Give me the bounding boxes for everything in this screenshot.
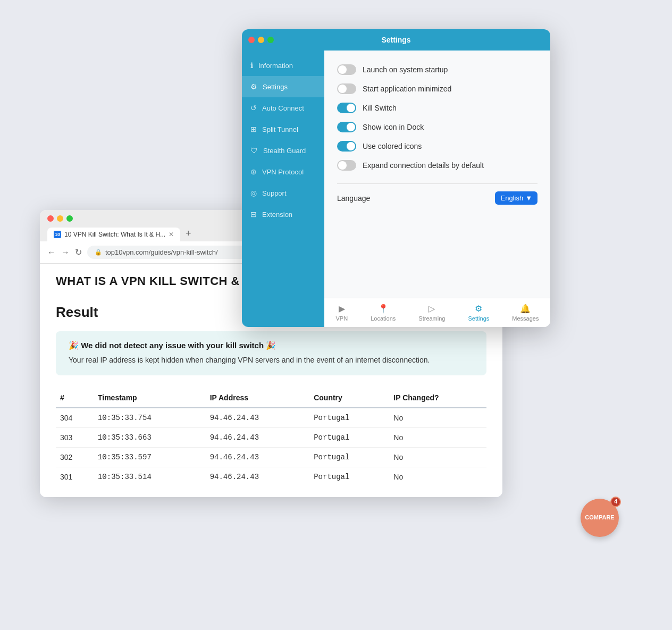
vpn-window-title: Settings — [381, 36, 410, 44]
tab-title: 10 VPN Kill Switch: What Is It & H... — [64, 231, 165, 238]
vpn-dot-yellow[interactable] — [258, 37, 264, 43]
tab-favicon: 10 — [54, 231, 61, 238]
toggle-switch[interactable] — [337, 64, 356, 75]
cell-country: Portugal — [309, 408, 389, 428]
vpn-dot-green[interactable] — [267, 37, 274, 43]
vpn-body: ℹ Information⚙ Settings↺ Auto Connect⊞ S… — [242, 51, 550, 327]
cell-ip: 94.46.24.43 — [206, 467, 310, 487]
col-header-country: Country — [309, 388, 389, 408]
cell-country: Portugal — [309, 428, 389, 448]
toggle-switch[interactable] — [337, 141, 356, 152]
forward-button[interactable]: → — [61, 248, 70, 257]
cell-num: 301 — [56, 467, 94, 487]
browser-tab-active[interactable]: 10 10 VPN Kill Switch: What Is It & H...… — [47, 228, 180, 241]
compare-badge: 4 — [610, 497, 621, 507]
bottomnav-item-streaming[interactable]: ▷ Streaming — [418, 304, 445, 322]
toggle-knob — [338, 65, 347, 74]
sidebar-item-split-tunnel[interactable]: ⊞ Split Tunnel — [242, 119, 324, 140]
reload-button[interactable]: ↻ — [75, 247, 82, 257]
nav-icon: ⊕ — [250, 167, 257, 176]
nav-label: Stealth Guard — [263, 147, 306, 155]
toggle-switch[interactable] — [337, 122, 356, 132]
toggle-knob — [347, 104, 355, 112]
settings-toggle-row: Kill Switch — [337, 99, 537, 116]
toggle-switch[interactable] — [337, 160, 356, 171]
sidebar-item-extension[interactable]: ⊟ Extension — [242, 204, 324, 225]
vpn-bottom-nav: ▶ VPN 📍 Locations ▷ Streaming ⚙ Settings… — [324, 298, 550, 327]
result-box: 🎉 We did not detect any issue with your … — [56, 331, 486, 375]
toggle-knob — [338, 161, 347, 170]
nav-label: Settings — [263, 83, 288, 91]
dot-green[interactable] — [66, 215, 73, 222]
compare-label: COMPARE — [585, 514, 614, 521]
nav-icon: ⚙ — [250, 82, 257, 91]
toggle-label: Show icon in Dock — [363, 123, 424, 131]
bottomnav-item-settings[interactable]: ⚙ Settings — [468, 304, 490, 322]
vpn-titlebar: Settings — [242, 29, 550, 51]
nav-label: Extension — [262, 211, 292, 219]
results-table: # Timestamp IP Address Country IP Change… — [56, 388, 486, 486]
toggle-switch[interactable] — [337, 103, 356, 113]
sidebar-item-vpn-protocol[interactable]: ⊕ VPN Protocol — [242, 161, 324, 182]
bottomnav-label: Messages — [512, 315, 539, 322]
result-success-desc: Your real IP address is kept hidden when… — [69, 355, 474, 366]
bottomnav-icon: 📍 — [378, 304, 389, 314]
sidebar-item-stealth-guard[interactable]: 🛡 Stealth Guard — [242, 140, 324, 161]
bottomnav-label: VPN — [336, 315, 348, 322]
settings-toggle-row: Launch on system startup — [337, 61, 537, 78]
nav-icon: ◎ — [250, 189, 257, 197]
address-text: top10vpn.com/guides/vpn-kill-switch/ — [105, 248, 218, 256]
toggle-knob — [347, 142, 355, 150]
bottomnav-label: Locations — [371, 315, 396, 322]
dot-yellow[interactable] — [57, 215, 63, 222]
cell-ip: 94.46.24.43 — [206, 408, 310, 428]
lock-icon: 🔒 — [95, 249, 102, 256]
table-row: 304 10:35:33.754 94.46.24.43 Portugal No — [56, 408, 486, 428]
table-row: 302 10:35:33.597 94.46.24.43 Portugal No — [56, 448, 486, 467]
col-header-changed: IP Changed? — [389, 388, 486, 408]
bottomnav-item-messages[interactable]: 🔔 Messages — [512, 304, 539, 322]
sidebar-item-settings[interactable]: ⚙ Settings — [242, 76, 324, 97]
cell-timestamp: 10:35:33.514 — [94, 467, 206, 487]
nav-icon: 🛡 — [250, 146, 258, 155]
dot-red[interactable] — [47, 215, 54, 222]
nav-label: Auto Connect — [262, 104, 304, 112]
nav-label: VPN Protocol — [262, 168, 304, 176]
cell-changed: No — [389, 428, 486, 448]
compare-button[interactable]: 4 COMPARE — [581, 499, 619, 537]
vpn-dot-red[interactable] — [248, 37, 255, 43]
bottomnav-icon: 🔔 — [520, 304, 531, 314]
toggle-switch[interactable] — [337, 83, 356, 94]
tab-close-button[interactable]: ✕ — [169, 231, 174, 238]
sidebar-item-support[interactable]: ◎ Support — [242, 182, 324, 204]
back-button[interactable]: ← — [47, 248, 56, 257]
cell-num: 304 — [56, 408, 94, 428]
toggle-label: Kill Switch — [363, 104, 397, 112]
col-header-ip: IP Address — [206, 388, 310, 408]
bottomnav-item-vpn[interactable]: ▶ VPN — [336, 304, 348, 322]
bottomnav-item-locations[interactable]: 📍 Locations — [371, 304, 396, 322]
cell-country: Portugal — [309, 467, 389, 487]
cell-timestamp: 10:35:33.597 — [94, 448, 206, 467]
toggle-label: Use colored icons — [363, 142, 422, 150]
settings-toggle-row: Use colored icons — [337, 138, 537, 155]
language-value: English — [500, 194, 523, 202]
toggle-knob — [347, 123, 355, 131]
toggle-label: Expand connection details by default — [363, 161, 484, 170]
nav-label: Information — [258, 62, 293, 70]
settings-toggle-row: Show icon in Dock — [337, 119, 537, 136]
bottomnav-icon: ▶ — [339, 304, 345, 314]
settings-toggle-row: Start application minimized — [337, 80, 537, 97]
cell-timestamp: 10:35:33.663 — [94, 428, 206, 448]
language-select[interactable]: English ▼ — [495, 191, 537, 205]
cell-ip: 94.46.24.43 — [206, 448, 310, 467]
chevron-down-icon: ▼ — [525, 194, 532, 202]
sidebar-item-auto-connect[interactable]: ↺ Auto Connect — [242, 97, 324, 119]
cell-changed: No — [389, 448, 486, 467]
cell-num: 302 — [56, 448, 94, 467]
nav-icon: ⊞ — [250, 125, 257, 133]
new-tab-button[interactable]: + — [181, 226, 196, 241]
toggle-label: Start application minimized — [363, 85, 451, 93]
result-success-title: 🎉 We did not detect any issue with your … — [69, 341, 474, 350]
sidebar-item-information[interactable]: ℹ Information — [242, 55, 324, 76]
